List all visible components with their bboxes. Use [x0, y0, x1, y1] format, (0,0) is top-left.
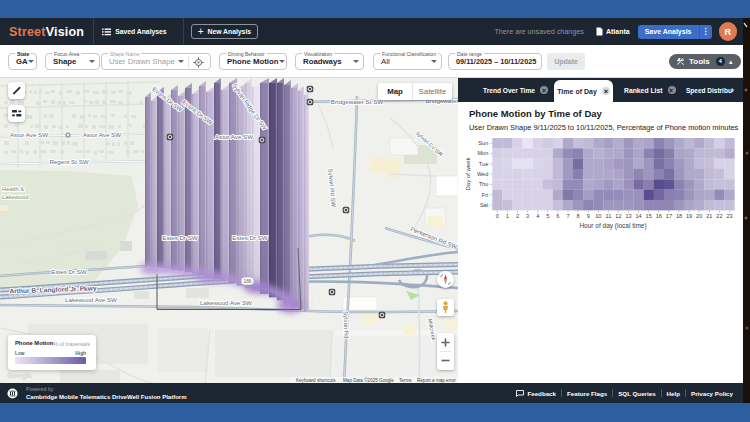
- svg-text:22: 22: [716, 213, 722, 219]
- svg-text:15: 15: [646, 213, 652, 219]
- svg-text:4: 4: [536, 213, 539, 219]
- svg-text:2: 2: [516, 213, 519, 219]
- svg-text:3: 3: [526, 213, 529, 219]
- svg-text:Mon: Mon: [477, 150, 488, 156]
- svg-text:8: 8: [577, 213, 580, 219]
- svg-text:Sat: Sat: [480, 202, 489, 208]
- svg-text:21: 21: [706, 213, 712, 219]
- svg-text:1: 1: [506, 213, 509, 219]
- svg-text:19: 19: [686, 213, 692, 219]
- svg-text:17: 17: [666, 213, 672, 219]
- svg-text:6: 6: [556, 213, 559, 219]
- svg-text:Sun: Sun: [478, 140, 488, 146]
- svg-text:20: 20: [696, 213, 702, 219]
- svg-text:Fri: Fri: [482, 192, 489, 198]
- svg-text:12: 12: [615, 213, 621, 219]
- svg-text:Thu: Thu: [479, 181, 489, 187]
- svg-text:11: 11: [605, 213, 611, 219]
- svg-text:9: 9: [587, 213, 590, 219]
- svg-text:18: 18: [676, 213, 682, 219]
- svg-text:0: 0: [496, 213, 499, 219]
- svg-text:23: 23: [726, 213, 732, 219]
- svg-text:16: 16: [656, 213, 662, 219]
- svg-text:14: 14: [635, 213, 641, 219]
- svg-text:Hour of day (local time): Hour of day (local time): [579, 222, 646, 230]
- svg-text:Wed: Wed: [477, 171, 488, 177]
- svg-text:13: 13: [625, 213, 631, 219]
- svg-text:10: 10: [595, 213, 601, 219]
- svg-text:Day of week: Day of week: [465, 156, 471, 190]
- svg-text:7: 7: [566, 213, 569, 219]
- svg-text:Tue: Tue: [479, 161, 488, 167]
- svg-text:5: 5: [546, 213, 549, 219]
